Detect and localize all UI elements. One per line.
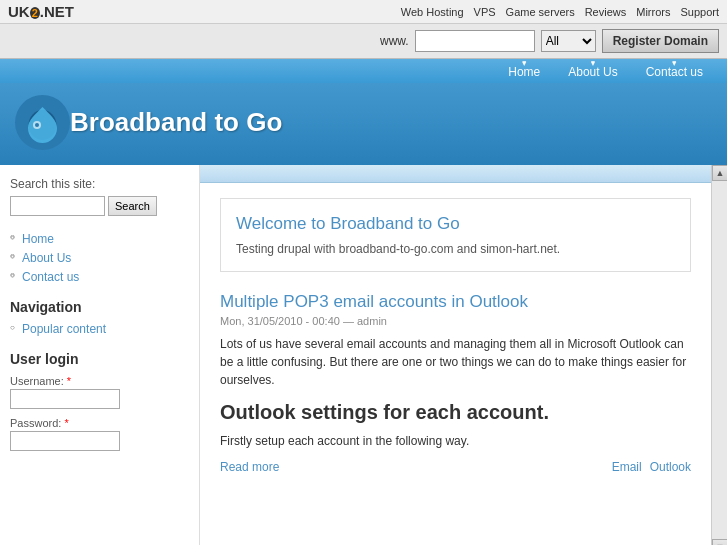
- scrollbar-area: ▲ ▼: [711, 165, 727, 545]
- sidebar-nav-links: ○ Home ○ About Us ○ Contact us: [10, 231, 189, 284]
- logo-text: UK2.NET: [8, 3, 74, 20]
- nav-contact-us[interactable]: ▼ Contact us: [632, 61, 717, 83]
- site-title: Broadband to Go: [70, 107, 282, 138]
- article-body: Lots of us have several email accounts a…: [220, 335, 691, 389]
- nav-home[interactable]: ▼ Home: [494, 61, 554, 83]
- navigation-links: ○ Popular content: [10, 321, 189, 336]
- content-area: Welcome to Broadband to Go Testing drupa…: [200, 165, 711, 545]
- read-more-link[interactable]: Read more: [220, 460, 279, 474]
- navigation-title: Navigation: [10, 299, 189, 315]
- nav-game-servers[interactable]: Game servers: [506, 6, 575, 18]
- www-label: www.: [380, 34, 409, 48]
- welcome-box: Welcome to Broadband to Go Testing drupa…: [220, 198, 691, 272]
- username-label: Username: *: [10, 375, 189, 387]
- top-bar: UK2.NET Web Hosting VPS Game servers Rev…: [0, 0, 727, 24]
- password-input[interactable]: [10, 431, 120, 451]
- article-meta: Mon, 31/05/2010 - 00:40 — admin: [220, 315, 691, 327]
- username-field-group: Username: *: [10, 375, 189, 409]
- sidebar-link-about-us-anchor[interactable]: About Us: [22, 251, 71, 265]
- nav-support[interactable]: Support: [680, 6, 719, 18]
- domain-bar: www. All .com .net .org .co.uk Register …: [0, 24, 727, 59]
- content-header-bar: [200, 165, 711, 183]
- sidebar-popular-content: ○ Popular content: [10, 321, 189, 336]
- sidebar-link-contact-us: ○ Contact us: [10, 269, 189, 284]
- sidebar-link-about-us: ○ About Us: [10, 250, 189, 265]
- article-tags: Email Outlook: [612, 460, 691, 474]
- nav-web-hosting[interactable]: Web Hosting: [401, 6, 464, 18]
- article-subhead: Outlook settings for each account.: [220, 401, 691, 424]
- username-input[interactable]: [10, 389, 120, 409]
- drupal-icon: [15, 95, 70, 150]
- search-form: Search: [10, 196, 189, 216]
- tag-email[interactable]: Email: [612, 460, 642, 474]
- scrollbar-down-btn[interactable]: ▼: [712, 539, 727, 545]
- sidebar: Search this site: Search ○ Home ○ About …: [0, 165, 200, 545]
- main-nav: ▼ Home ▼ About Us ▼ Contact us: [0, 59, 727, 83]
- article-title: Multiple POP3 email accounts in Outlook: [220, 292, 691, 312]
- navigation-section: Navigation ○ Popular content: [10, 299, 189, 336]
- password-label: Password: *: [10, 417, 189, 429]
- nav-vps[interactable]: VPS: [474, 6, 496, 18]
- tag-outlook[interactable]: Outlook: [650, 460, 691, 474]
- domain-input[interactable]: [415, 30, 535, 52]
- nav-mirrors[interactable]: Mirrors: [636, 6, 670, 18]
- user-login-title: User login: [10, 351, 189, 367]
- domain-select[interactable]: All .com .net .org .co.uk: [541, 30, 596, 52]
- popular-content-link[interactable]: Popular content: [22, 322, 106, 336]
- main-layout: Search this site: Search ○ Home ○ About …: [0, 165, 727, 545]
- site-header: ▼ Home ▼ About Us ▼ Contact us Broadband…: [0, 59, 727, 165]
- nav-reviews[interactable]: Reviews: [585, 6, 627, 18]
- search-label: Search this site:: [10, 177, 189, 191]
- article-footer: Read more Email Outlook: [220, 460, 691, 474]
- welcome-body: Testing drupal with broadband-to-go.com …: [236, 242, 675, 256]
- branding: Broadband to Go: [0, 83, 727, 165]
- svg-point-3: [35, 123, 39, 127]
- top-links: Web Hosting VPS Game servers Reviews Mir…: [401, 6, 719, 18]
- sidebar-link-contact-us-anchor[interactable]: Contact us: [22, 270, 79, 284]
- sidebar-link-home-anchor[interactable]: Home: [22, 232, 54, 246]
- scrollbar-track[interactable]: [712, 181, 727, 539]
- search-button[interactable]: Search: [108, 196, 157, 216]
- content-inner: Welcome to Broadband to Go Testing drupa…: [200, 183, 711, 489]
- search-input[interactable]: [10, 196, 105, 216]
- article-body2: Firstly setup each account in the follow…: [220, 432, 691, 450]
- scrollbar-up-btn[interactable]: ▲: [712, 165, 727, 181]
- search-section: Search this site: Search: [10, 177, 189, 216]
- welcome-title: Welcome to Broadband to Go: [236, 214, 675, 234]
- register-domain-button[interactable]: Register Domain: [602, 29, 719, 53]
- password-field-group: Password: *: [10, 417, 189, 451]
- nav-about-us[interactable]: ▼ About Us: [554, 61, 631, 83]
- article: Multiple POP3 email accounts in Outlook …: [220, 292, 691, 474]
- sidebar-link-home: ○ Home: [10, 231, 189, 246]
- user-login-section: User login Username: * Password: *: [10, 351, 189, 451]
- logo-area: UK2.NET: [8, 3, 74, 20]
